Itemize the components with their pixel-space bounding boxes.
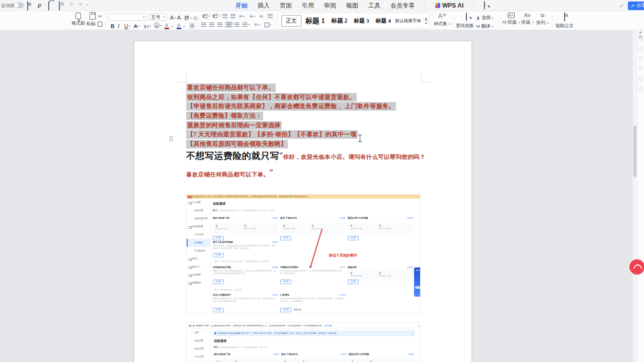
smart-doc-icon — [564, 13, 565, 22]
font-name-combo[interactable] — [109, 14, 147, 21]
panel-tab-icon[interactable] — [639, 57, 642, 60]
tab-reference[interactable]: 引用 — [302, 2, 314, 10]
ai-typeset-button[interactable]: A+ AI 排版 — [502, 13, 520, 26]
style-heading1[interactable]: 标题 1 — [305, 17, 325, 26]
find-replace-button[interactable]: 查找替换 — [456, 13, 477, 29]
export-pdf-icon[interactable]: ℘ — [38, 2, 44, 8]
shading-icon[interactable]: ⛿ — [255, 23, 260, 28]
bold-button[interactable]: B — [111, 23, 115, 29]
cut-icon[interactable]: ✂ — [98, 14, 102, 19]
selected-text-line: 【其他售后原因可能会领取失败哟】 — [186, 139, 288, 148]
borders-icon[interactable] — [265, 23, 272, 27]
tab-home[interactable]: 开始 — [235, 2, 248, 10]
highlight-caret-icon[interactable] — [171, 26, 173, 27]
share-button[interactable]: ↗ 分享 — [628, 2, 644, 10]
char-scale-icon[interactable]: 'A' — [238, 14, 245, 19]
vertical-scrollbar-track[interactable] — [632, 30, 637, 362]
align-center-icon[interactable] — [209, 23, 214, 27]
tab-insert[interactable]: 插入 — [258, 2, 270, 10]
tab-member[interactable]: 会员专享 — [390, 2, 415, 10]
paste-button[interactable]: 粘贴 — [87, 13, 99, 27]
panel-tab-icon[interactable] — [639, 77, 642, 80]
align-distribute-icon[interactable] — [234, 23, 239, 27]
text-direction-icon[interactable]: ⇋ — [250, 14, 256, 19]
align-justify-icon[interactable] — [225, 22, 233, 28]
increase-font-icon[interactable]: A+ — [170, 15, 176, 21]
panel-tab-icon[interactable] — [639, 47, 642, 50]
font-color-icon[interactable]: A — [176, 23, 181, 29]
pinyin-guide-icon[interactable]: 拼 — [184, 15, 192, 22]
typeset-button[interactable]: A≡ 排版 — [521, 13, 534, 26]
highlight-color-icon[interactable]: A — [164, 23, 169, 29]
save-icon[interactable] — [27, 2, 34, 8]
wps-writer-window: 自动保存 ℘ ↶ ↷ 开始 插入 页面 引用 审阅 视图 工具 会员专享 WPS… — [0, 0, 644, 362]
font-color-caret-icon[interactable] — [183, 26, 185, 27]
arrange-button[interactable]: ⧉ 排列 — [536, 13, 549, 26]
format-painter-button[interactable]: 格式刷 — [71, 13, 85, 27]
copy-icon[interactable] — [98, 22, 102, 27]
style-heading2[interactable]: 标题 2 — [332, 17, 348, 25]
panel-tab-icon[interactable] — [639, 87, 642, 90]
decrease-indent-icon[interactable] — [222, 14, 227, 18]
scroll-up-icon[interactable] — [639, 31, 642, 33]
underline-button[interactable]: U — [124, 23, 131, 29]
paragraph-drag-handle-icon[interactable] — [169, 136, 173, 142]
clear-format-icon[interactable]: ◇ — [193, 15, 197, 21]
format-painter-icon — [75, 13, 81, 19]
tab-view[interactable]: 视图 — [346, 2, 358, 10]
undo-icon[interactable]: ↶ — [69, 2, 74, 8]
setup-button: 去设置 — [213, 280, 224, 284]
setup-button: 去设置 — [213, 236, 224, 240]
decrease-font-icon[interactable]: A- — [177, 15, 182, 21]
selected-text-line: 喜欢店铺任何商品都可以下单。 — [186, 82, 276, 92]
styles-down-icon[interactable] — [425, 20, 428, 21]
qat-more-chevron-icon[interactable] — [87, 5, 89, 6]
tab-page[interactable]: 页面 — [280, 2, 292, 10]
align-right-icon[interactable] — [217, 23, 222, 27]
font-size-combo[interactable]: 五号 — [149, 14, 167, 21]
smart-doc-button[interactable]: 智能公文 — [555, 13, 574, 29]
sort-icon[interactable]: A↓ — [260, 14, 264, 19]
document-page[interactable]: 喜欢店铺任何商品都可以下单。 收到商品之后，如果有【任何】不喜欢都可以申请退货退… — [134, 41, 471, 362]
italic-button[interactable]: I — [118, 23, 120, 29]
redo-icon[interactable]: ↷ — [78, 2, 83, 8]
select-button[interactable]: 选择 — [477, 15, 494, 21]
autosave-toggle[interactable] — [14, 3, 24, 8]
style-default-font[interactable]: 默认段落字体 — [395, 18, 421, 24]
panel-tab-icon[interactable] — [639, 67, 642, 70]
char-border-icon[interactable]: A — [154, 23, 162, 28]
styles-up-icon[interactable] — [425, 18, 428, 19]
search-icon[interactable] — [484, 1, 485, 10]
style-set-button[interactable]: A𝄢 样式集 — [434, 13, 451, 27]
sidebar-item: 设置 — [187, 329, 210, 337]
char-shading-icon[interactable]: A — [189, 23, 195, 29]
style-heading4[interactable]: 标题 4 — [375, 17, 390, 25]
bullet-list-icon[interactable] — [202, 14, 210, 18]
style-heading3[interactable]: 标题 3 — [354, 17, 369, 25]
tab-tools[interactable]: 工具 — [368, 2, 380, 10]
print-icon[interactable] — [48, 2, 55, 8]
vertical-scrollbar-thumb[interactable] — [633, 126, 636, 177]
translate-button[interactable]: ⇄ 翻译 — [477, 23, 494, 30]
ruler-toggle-icon[interactable] — [639, 35, 642, 38]
margin-mark — [177, 82, 187, 82]
promo-floating-button[interactable] — [628, 258, 644, 276]
style-normal[interactable]: 正文 — [281, 15, 301, 27]
show-marks-icon[interactable] — [268, 14, 273, 18]
card-stats: 0 0 — [281, 358, 347, 362]
sidebar-item: 互动服务单 — [187, 247, 210, 255]
typeset-icon: A≡ — [524, 13, 531, 18]
paste-icon — [90, 13, 96, 20]
line-spacing-icon[interactable] — [243, 23, 250, 27]
increase-indent-icon[interactable] — [230, 14, 235, 18]
styles-more-icon[interactable] — [425, 23, 428, 24]
tab-review[interactable]: 审阅 — [324, 2, 336, 10]
styles-scroll-arrows[interactable] — [423, 13, 429, 29]
superscript-icon[interactable]: x2 — [144, 23, 151, 29]
numbered-list-icon[interactable] — [212, 14, 220, 18]
sync-icon[interactable] — [59, 2, 65, 8]
align-left-icon[interactable] — [201, 23, 206, 27]
margin-mark — [421, 82, 431, 82]
tab-wps-ai[interactable]: WPS AI — [435, 2, 463, 9]
strikethrough-icon[interactable]: A — [134, 23, 140, 29]
